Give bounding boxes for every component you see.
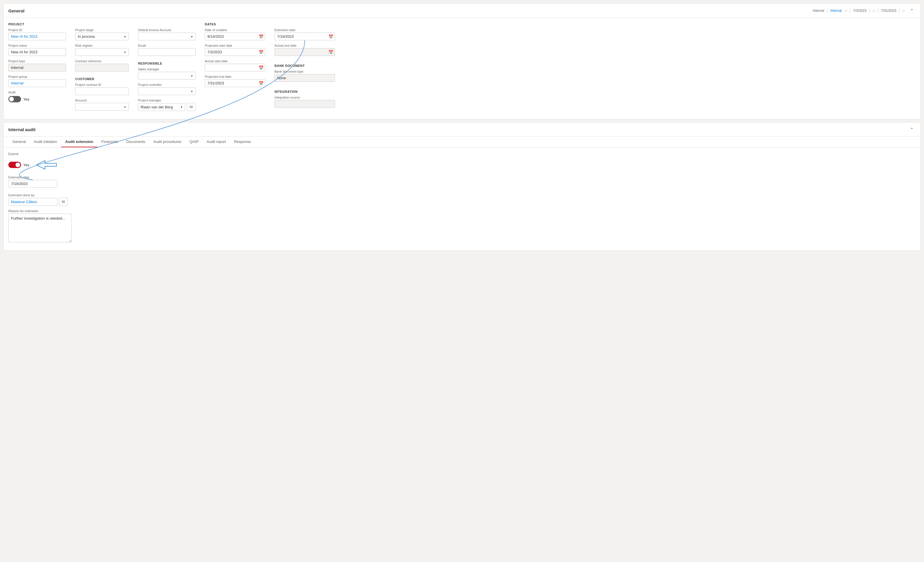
nav-sep3: --	[902, 9, 905, 13]
projected-end-wrapper: 📅	[205, 79, 265, 87]
nav-sep1: --	[845, 9, 847, 13]
general-header-right: Internal Internal -- 7/3/2023 -- 7/31/20…	[813, 7, 916, 15]
bank-section-header: BANK DOCUMENT	[274, 64, 335, 68]
tab-audit-report[interactable]: Audit report	[202, 137, 230, 147]
project-type-label: Project type	[8, 59, 66, 63]
project-contract-id-input[interactable]	[75, 87, 129, 95]
dates-column: DATES Date of creation 📅 Projected start…	[205, 23, 265, 114]
audit-yes-label: Yes	[23, 97, 29, 101]
separator-3	[870, 8, 870, 13]
sales-manager-select-wrapper: ▼	[138, 72, 196, 80]
general-collapse-button[interactable]: ⌃	[908, 7, 916, 15]
audit-tabs-bar: General Audit initiation Audit extension…	[4, 137, 920, 147]
account-label: Account	[75, 99, 129, 102]
extension-done-by-label: Extension done by	[8, 193, 916, 197]
invoice-select[interactable]	[138, 33, 196, 41]
extend-toggle-wrapper: Yes	[8, 158, 916, 172]
actual-end-input[interactable]	[274, 48, 335, 56]
project-name-input[interactable]	[8, 48, 66, 56]
projected-end-input[interactable]	[205, 79, 265, 87]
extension-done-by-email-button[interactable]: ✉	[59, 198, 68, 206]
projected-start-label: Projected start date	[205, 44, 265, 47]
bank-type-label: Bank document type	[274, 70, 335, 73]
project-group-input[interactable]	[8, 79, 66, 87]
project-manager-label: Project manager	[138, 99, 196, 102]
dates-section-header: DATES	[205, 23, 265, 26]
date-creation-calendar-icon[interactable]: 📅	[259, 34, 264, 39]
tab-audit-initiation[interactable]: Audit initiation	[30, 137, 61, 147]
separator-4	[878, 8, 878, 13]
project-manager-select[interactable]: Riaan van der Berg	[138, 103, 185, 111]
audit-toggle-wrapper: Yes	[8, 96, 66, 102]
project-id-input[interactable]	[8, 33, 66, 41]
stage-column: Project stage In process ▼ Risk register	[75, 23, 129, 114]
ext-date-input[interactable]	[274, 33, 335, 41]
tab-financials[interactable]: Financials	[98, 137, 122, 147]
project-controller-label: Project controller	[138, 83, 196, 86]
general-panel-header: General Internal Internal -- 7/3/2023 --…	[4, 4, 920, 18]
projected-start-input[interactable]	[205, 48, 265, 56]
actual-start-calendar-icon[interactable]: 📅	[259, 65, 264, 70]
extension-done-by-row: ✉	[8, 198, 916, 206]
bank-type-group: Bank document type	[274, 70, 335, 82]
audit-ext-date-input[interactable]	[8, 180, 57, 188]
stage-select[interactable]: In process	[75, 33, 129, 41]
actual-start-wrapper: 📅	[205, 64, 265, 72]
tab-qaip[interactable]: QAIP	[186, 137, 202, 147]
risk-select[interactable]	[75, 48, 129, 56]
contract-ref-input	[75, 64, 129, 72]
responsible-section-header: RESPONSIBLE	[138, 62, 196, 65]
project-group-group: Project group	[8, 75, 66, 87]
audit-toggle[interactable]	[8, 96, 21, 102]
project-group-label: Project group	[8, 75, 66, 78]
general-panel: General Internal Internal -- 7/3/2023 --…	[3, 3, 921, 119]
nav-date2: 7/31/2023	[881, 9, 896, 13]
account-group: Account ▼	[75, 99, 129, 111]
extension-done-by-input[interactable]	[8, 198, 57, 206]
ext-date-calendar-icon[interactable]: 📅	[328, 34, 333, 39]
reason-textarea[interactable]: Further investigation is needed...	[8, 213, 72, 242]
invoice-column: Default Invoice Account ▼ Email	[138, 23, 196, 114]
actual-start-input[interactable]	[205, 64, 265, 72]
audit-title: Internal audit	[8, 127, 35, 132]
audit-group: Audit Yes	[8, 90, 66, 102]
project-controller-select[interactable]	[138, 87, 196, 95]
projected-start-calendar-icon[interactable]: 📅	[259, 50, 264, 54]
audit-panel-header: Internal audit ⌃	[4, 122, 920, 137]
general-title: General	[8, 8, 24, 13]
tab-audit-procedures[interactable]: Audit procedures	[149, 137, 186, 147]
project-controller-group: Project controller ▼	[138, 83, 196, 95]
actual-end-wrapper: 📅	[274, 48, 335, 56]
project-id-group: Project ID	[8, 28, 66, 41]
svg-marker-0	[36, 161, 57, 169]
audit-slider	[8, 96, 21, 102]
invoice-label: Default Invoice Account	[138, 28, 196, 32]
email-group: Email	[138, 44, 196, 56]
risk-select-wrapper: ▼	[75, 48, 129, 56]
actual-start-label: Actual start date	[205, 59, 265, 63]
tab-general[interactable]: General	[8, 137, 30, 147]
nav-internal-link[interactable]: Internal	[830, 9, 842, 13]
extend-toggle[interactable]	[8, 162, 21, 168]
nav-sep2: --	[873, 9, 875, 13]
tab-response[interactable]: Response	[230, 137, 255, 147]
audit-collapse-button[interactable]: ⌃	[908, 125, 916, 134]
account-select[interactable]	[75, 103, 129, 111]
projected-end-calendar-icon[interactable]: 📅	[259, 81, 264, 86]
stage-select-wrapper: In process ▼	[75, 33, 129, 41]
nav-date1: 7/3/2023	[853, 9, 867, 13]
date-creation-input[interactable]	[205, 33, 265, 41]
audit-ext-date-row	[8, 180, 916, 188]
risk-group: Risk register ▼	[75, 44, 129, 56]
extend-yes-label: Yes	[23, 163, 29, 167]
project-manager-email-button[interactable]: ✉	[187, 103, 196, 111]
project-id-label: Project ID	[8, 28, 66, 32]
email-input[interactable]	[138, 48, 196, 56]
sales-manager-select[interactable]	[138, 72, 196, 80]
integration-source-group: Integration source	[274, 96, 335, 108]
tab-documents[interactable]: Documents	[122, 137, 149, 147]
tab-audit-extension[interactable]: Audit extension	[61, 137, 98, 147]
actual-end-calendar-icon[interactable]: 📅	[328, 50, 333, 54]
sales-manager-label: Sales manager	[138, 68, 196, 71]
contract-ref-group: Contract reference	[75, 59, 129, 72]
